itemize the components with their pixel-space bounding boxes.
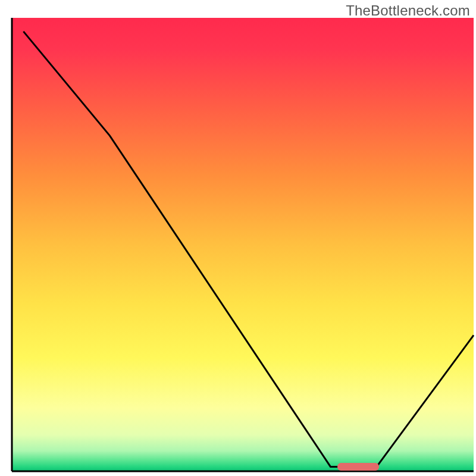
watermark-text: TheBottleneck.com [346,2,470,19]
gradient-background [12,18,474,471]
plot-svg [0,0,476,476]
optimal-marker [337,463,379,471]
bottleneck-chart: TheBottleneck.com [0,0,476,476]
